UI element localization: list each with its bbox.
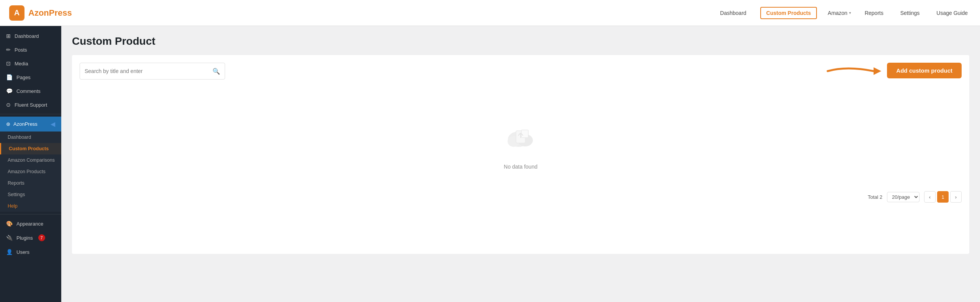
fluent-support-icon: ⊙ — [6, 102, 11, 108]
add-custom-product-button[interactable]: Add custom product — [887, 63, 962, 78]
posts-icon: ✏ — [6, 47, 11, 53]
azonpress-icon: ⊛ — [6, 121, 10, 127]
amazon-chevron-down-icon: ▾ — [849, 11, 851, 15]
ap-sub-dashboard[interactable]: Dashboard — [0, 132, 61, 143]
content-box: 🔍 Add custom product — [72, 55, 969, 254]
logo-icon: A — [9, 5, 24, 21]
sidebar-item-users[interactable]: 👤 Users — [0, 245, 61, 259]
media-icon: ⊡ — [6, 60, 11, 67]
sidebar-item-dashboard[interactable]: ⊞ Dashboard — [0, 29, 61, 43]
users-icon: 👤 — [6, 249, 13, 255]
sidebar-item-appearance[interactable]: 🎨 Appearance — [0, 217, 61, 231]
top-nav-links: Dashboard Custom Products Amazon ▾ Repor… — [717, 7, 971, 19]
per-page-selector: 20/page — [887, 192, 920, 202]
empty-state-icon — [501, 119, 540, 157]
sidebar-item-media[interactable]: ⊡ Media — [0, 57, 61, 70]
sidebar-item-plugins[interactable]: 🔌 Plugins 7 — [0, 231, 61, 245]
nav-link-custom-products[interactable]: Custom Products — [760, 7, 817, 19]
pages-icon: 📄 — [6, 74, 13, 80]
page-1-button[interactable]: 1 — [937, 191, 949, 203]
main-content: Custom Product 🔍 Add custom product — [61, 26, 980, 302]
sidebar-item-comments[interactable]: 💬 Comments — [0, 84, 61, 98]
pagination-total: Total 2 — [868, 194, 882, 200]
azonpress-arrow-icon: ◀ — [51, 120, 55, 128]
comments-icon: 💬 — [6, 88, 13, 94]
search-input[interactable] — [85, 68, 212, 74]
plugins-badge: 7 — [38, 234, 45, 241]
nav-link-usage-guide[interactable]: Usage Guide — [933, 8, 971, 18]
appearance-icon: 🎨 — [6, 221, 13, 227]
ap-sub-amazon-comparisons[interactable]: Amazon Comparisons — [0, 154, 61, 166]
per-page-select[interactable]: 20/page — [887, 192, 920, 202]
pagination-controls: ‹ 1 › — [924, 191, 962, 203]
plugins-icon: 🔌 — [6, 235, 13, 241]
logo-text: AzonPress — [28, 8, 72, 18]
svg-marker-0 — [874, 67, 881, 75]
empty-state: No data found — [80, 89, 962, 185]
ap-sub-custom-products[interactable]: Custom Products — [0, 143, 61, 154]
ap-sub-reports[interactable]: Reports — [0, 177, 61, 189]
sidebar-item-azonpress[interactable]: ⊛ AzonPress ◀ — [0, 117, 61, 132]
ap-sub-amazon-products[interactable]: Amazon Products — [0, 166, 61, 177]
sidebar-item-fluent-support[interactable]: ⊙ Fluent Support — [0, 98, 61, 112]
prev-page-button[interactable]: ‹ — [924, 191, 936, 203]
empty-state-text: No data found — [504, 164, 537, 170]
search-bar: 🔍 — [80, 63, 225, 80]
pagination-bar: Total 2 20/page ‹ 1 › — [80, 185, 962, 204]
sidebar: ⊞ Dashboard ✏ Posts ⊡ Media 📄 Pages 💬 Co… — [0, 26, 61, 302]
logo-area: A AzonPress — [9, 5, 72, 21]
sidebar-item-pages[interactable]: 📄 Pages — [0, 70, 61, 84]
dashboard-icon: ⊞ — [6, 33, 11, 39]
nav-link-settings[interactable]: Settings — [897, 8, 923, 18]
sidebar-item-posts[interactable]: ✏ Posts — [0, 43, 61, 57]
nav-link-dashboard[interactable]: Dashboard — [717, 8, 750, 18]
azonpress-submenu: Dashboard Custom Products Amazon Compari… — [0, 132, 61, 212]
arrow-annotation — [824, 62, 885, 82]
search-icon[interactable]: 🔍 — [212, 68, 220, 75]
page-title: Custom Product — [72, 35, 969, 47]
nav-link-reports[interactable]: Reports — [862, 8, 887, 18]
layout: ⊞ Dashboard ✏ Posts ⊡ Media 📄 Pages 💬 Co… — [0, 26, 980, 302]
nav-link-amazon[interactable]: Amazon ▾ — [828, 10, 851, 16]
sidebar-divider-2 — [0, 214, 61, 214]
svg-rect-5 — [521, 130, 528, 138]
ap-sub-help[interactable]: Help — [0, 200, 61, 212]
sidebar-divider — [0, 114, 61, 114]
top-nav: A AzonPress Dashboard Custom Products Am… — [0, 0, 980, 26]
next-page-button[interactable]: › — [950, 191, 962, 203]
ap-sub-settings[interactable]: Settings — [0, 189, 61, 200]
